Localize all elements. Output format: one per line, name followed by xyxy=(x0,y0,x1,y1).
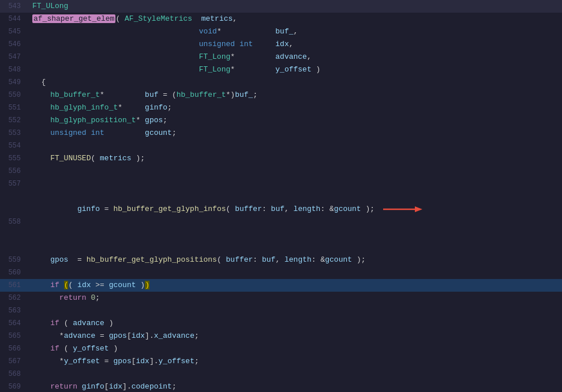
table-row: 563 xyxy=(0,304,562,317)
line-number: 559 xyxy=(0,254,28,266)
line-content: FT_Long* y_offset ) xyxy=(28,63,562,76)
line-content: if (( idx >= gcount )) xyxy=(28,279,562,292)
table-row: 560 xyxy=(0,266,562,279)
table-row: 554 xyxy=(0,140,562,152)
table-row: 548 FT_Long* y_offset ) xyxy=(0,63,562,76)
table-row: 545 void* buf_, xyxy=(0,25,562,38)
table-row: 549 { xyxy=(0,76,562,89)
line-content: if ( advance ) xyxy=(28,317,562,330)
line-number: 569 xyxy=(0,380,28,392)
line-content: hb_glyph_info_t* ginfo; xyxy=(28,101,562,114)
line-content: return ginfo[idx].codepoint; xyxy=(28,380,562,392)
line-number: 552 xyxy=(0,114,28,127)
line-number: 557 xyxy=(0,178,28,190)
line-number: 564 xyxy=(0,317,28,330)
table-row: 566 if ( y_offset ) xyxy=(0,342,562,355)
line-number: 568 xyxy=(0,368,28,380)
line-number: 543 xyxy=(0,0,28,13)
line-content: FT_ULong xyxy=(28,0,562,13)
table-row: 550 hb_buffer_t* buf = (hb_buffer_t*)buf… xyxy=(0,89,562,101)
line-number: 547 xyxy=(0,51,28,63)
line-number: 550 xyxy=(0,89,28,101)
line-content: unsigned int gcount; xyxy=(28,127,562,140)
table-row: 555 FT_UNUSED( metrics ); xyxy=(0,152,562,165)
line-number: 546 xyxy=(0,38,28,51)
line-content: { xyxy=(28,76,562,89)
line-content: FT_UNUSED( metrics ); xyxy=(28,152,562,165)
line-number: 567 xyxy=(0,355,28,368)
line-number: 556 xyxy=(0,165,28,178)
line-number: 555 xyxy=(0,152,28,165)
line-content xyxy=(28,165,562,178)
line-number: 544 xyxy=(0,13,28,25)
line-content xyxy=(28,368,562,380)
line-number: 553 xyxy=(0,127,28,140)
line-number: 561 xyxy=(0,279,28,292)
line-content: FT_Long* advance, xyxy=(28,51,562,63)
table-row: 569 return ginfo[idx].codepoint; xyxy=(0,380,562,392)
line-number: 558 xyxy=(0,190,28,254)
annotation-arrow xyxy=(329,191,424,232)
line-content: ginfo = hb_buffer_get_glyph_infos( buffe… xyxy=(28,190,562,254)
table-row: 562 return 0; xyxy=(0,292,562,304)
line-content: *y_offset = gpos[idx].y_offset; xyxy=(28,355,562,368)
line-content: if ( y_offset ) xyxy=(28,342,562,355)
table-row: 564 if ( advance ) xyxy=(0,317,562,330)
table-row: 565 *advance = gpos[idx].x_advance; xyxy=(0,330,562,342)
table-row: 559 gpos = hb_buffer_get_glyph_positions… xyxy=(0,254,562,266)
table-row: 544 af_shaper_get_elem( AF_StyleMetrics … xyxy=(0,13,562,25)
line-number: 560 xyxy=(0,266,28,279)
line-number: 549 xyxy=(0,76,28,89)
line-content: return 0; xyxy=(28,292,562,304)
code-table: 543 FT_ULong 544 af_shaper_get_elem( AF_… xyxy=(0,0,562,392)
line-number: 565 xyxy=(0,330,28,342)
code-editor: 543 FT_ULong 544 af_shaper_get_elem( AF_… xyxy=(0,0,562,392)
table-row: 547 FT_Long* advance, xyxy=(0,51,562,63)
table-row: 553 unsigned int gcount; xyxy=(0,127,562,140)
table-row: 567 *y_offset = gpos[idx].y_offset; xyxy=(0,355,562,368)
table-row: 556 xyxy=(0,165,562,178)
line-number: 562 xyxy=(0,292,28,304)
line-content xyxy=(28,266,562,279)
line-number: 563 xyxy=(0,304,28,317)
line-content: af_shaper_get_elem( AF_StyleMetrics metr… xyxy=(28,13,562,25)
svg-marker-1 xyxy=(415,206,422,212)
line-number: 566 xyxy=(0,342,28,355)
line-number: 554 xyxy=(0,140,28,152)
table-row: 546 unsigned int idx, xyxy=(0,38,562,51)
line-content: hb_glyph_position_t* gpos; xyxy=(28,114,562,127)
table-row: 557 xyxy=(0,178,562,190)
table-row: 558 ginfo = hb_buffer_get_glyph_infos( b… xyxy=(0,190,562,254)
line-number: 548 xyxy=(0,63,28,76)
line-content: void* buf_, xyxy=(28,25,562,38)
line-content: gpos = hb_buffer_get_glyph_positions( bu… xyxy=(28,254,562,266)
line-content xyxy=(28,178,562,190)
line-content xyxy=(28,304,562,317)
table-row: 561 if (( idx >= gcount )) xyxy=(0,279,562,292)
table-row: 543 FT_ULong xyxy=(0,0,562,13)
line-content: unsigned int idx, xyxy=(28,38,562,51)
table-row: 552 hb_glyph_position_t* gpos; xyxy=(0,114,562,127)
line-number: 545 xyxy=(0,25,28,38)
line-content xyxy=(28,140,562,152)
line-number: 551 xyxy=(0,101,28,114)
table-row: 551 hb_glyph_info_t* ginfo; xyxy=(0,101,562,114)
line-content: *advance = gpos[idx].x_advance; xyxy=(28,330,562,342)
table-row: 568 xyxy=(0,368,562,380)
line-content: hb_buffer_t* buf = (hb_buffer_t*)buf_; xyxy=(28,89,562,101)
